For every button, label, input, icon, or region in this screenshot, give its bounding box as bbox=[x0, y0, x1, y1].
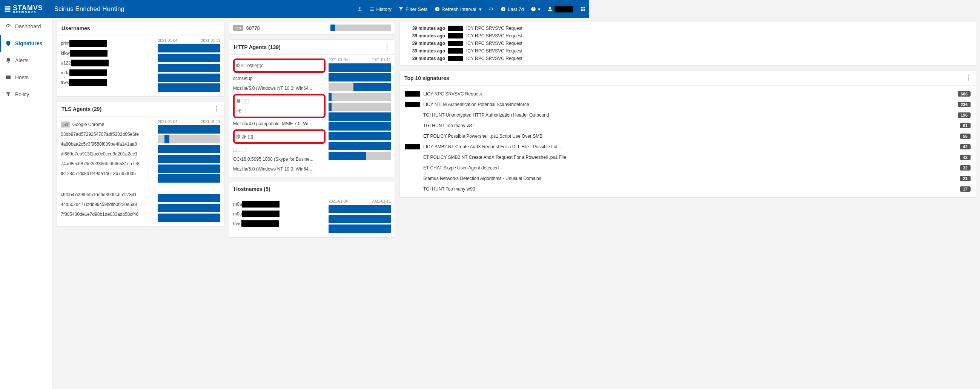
user-icon bbox=[547, 6, 553, 12]
table-row[interactable]: TGI HUNT Too many \x9017 bbox=[404, 184, 589, 194]
brand-logo[interactable]: STAMVS NETWORKS bbox=[4, 4, 43, 14]
nav-alerts[interactable]: Alerts bbox=[0, 52, 52, 69]
tls-bars-b bbox=[158, 194, 220, 222]
redacted bbox=[71, 60, 109, 66]
panel-title: HTTP Agents (139) bbox=[234, 44, 281, 50]
redacted bbox=[405, 91, 420, 97]
table-row[interactable]: LICY RPC SRVSVC Request606 bbox=[404, 89, 589, 99]
redacted bbox=[448, 48, 463, 54]
tls-hashes-a: 03bb97ad5729254707adf5202d05e6fe4a80baa2… bbox=[61, 129, 155, 179]
table-row[interactable]: Stamus Networks Detection Algorithms - U… bbox=[404, 173, 589, 184]
bar bbox=[329, 93, 391, 101]
panel-recent-events: 39 minutes agoICY RPC SRVSVC Request39 m… bbox=[399, 21, 589, 65]
list-item[interactable]: f8128c51dc8d1f49da1d612673530d5 bbox=[61, 169, 155, 179]
refresh-interval-link[interactable]: Refresh Interval▾ bbox=[434, 6, 482, 12]
table-row[interactable]: LICY SMB2 NT Create AndX Request For a D… bbox=[404, 142, 589, 152]
table-row[interactable]: LICY NTLM Authentication Potential Scan\… bbox=[404, 99, 589, 110]
user-menu[interactable] bbox=[547, 6, 573, 13]
panel-top10: Top 10 signatures ⋮ LICY RPC SRVSVC Requ… bbox=[399, 70, 589, 198]
redacted bbox=[405, 102, 420, 107]
table-row[interactable]: 39 minutes agoICY RPC SRVSVC Request bbox=[404, 40, 589, 47]
upload-button[interactable] bbox=[357, 6, 363, 12]
list-item[interactable]: 呁é⬚é㨼é⬚é bbox=[236, 61, 323, 70]
reload-icon bbox=[488, 6, 494, 12]
usernames-bars bbox=[158, 44, 220, 92]
filter-sets-link[interactable]: Filter Sets bbox=[398, 6, 428, 12]
list-item[interactable]: m0a bbox=[233, 199, 326, 209]
list-item[interactable]: trws bbox=[233, 219, 326, 229]
table-row[interactable]: 39 minutes agoICY RPC SRVSVC Request bbox=[404, 24, 589, 32]
table-row[interactable]: ET CHAT Skype User-Agent detected32 bbox=[404, 163, 589, 173]
help-link[interactable]: ▾ bbox=[531, 6, 541, 12]
list-item[interactable]: m0a bbox=[61, 68, 155, 78]
list-item[interactable]: ○£⬚ bbox=[236, 106, 323, 116]
time-range-link[interactable]: Last 7d bbox=[501, 6, 524, 12]
top10-body: LICY RPC SRVSVC Request606LICY NTLM Auth… bbox=[400, 86, 589, 197]
list-item[interactable]: 44d502d471cfdb99c59bdfb0f220e5a8 bbox=[61, 199, 155, 209]
redacted bbox=[69, 69, 107, 76]
list-item[interactable]: OC/16.0.5095.1000 (Skype for Busine... bbox=[233, 154, 326, 164]
nav-hosts[interactable]: Hosts bbox=[0, 69, 52, 86]
panel-menu[interactable]: ⋮ bbox=[213, 105, 220, 112]
panel-partial: tcp 60778 bbox=[229, 21, 395, 35]
redacted bbox=[405, 144, 420, 150]
list-item[interactable]: ⬚⬚⬚ bbox=[233, 145, 326, 154]
bar bbox=[329, 142, 391, 150]
list-item[interactable]: kfkw bbox=[61, 48, 155, 58]
list-item[interactable]: 4a80baa2c5c3f9550f839be4fa141aa8 bbox=[61, 139, 155, 149]
list-item[interactable]: 03bb97ad5729254707adf5202d05e6fe bbox=[61, 129, 155, 139]
list-item[interactable]: u122 bbox=[61, 58, 155, 68]
panel-http-agents: HTTP Agents (139) ⋮ 呁é⬚é㨼é⬚éccmsetupMozi… bbox=[229, 39, 395, 177]
list-item[interactable]: 74ad8ec6876e2e3366bfd566581ca7e8 bbox=[61, 159, 155, 169]
bar bbox=[329, 73, 391, 81]
table-row[interactable]: 39 minutes agoICY RPC SRVSVC Request bbox=[404, 32, 589, 40]
highlight-box: 暑⬚⬚○£⬚ bbox=[233, 94, 326, 118]
table-row[interactable]: 39 minutes agoICY RPC SRVSVC Request bbox=[404, 55, 589, 62]
panel-menu[interactable]: ⋮ bbox=[384, 43, 390, 51]
bar bbox=[158, 214, 220, 222]
clock-icon bbox=[501, 6, 506, 12]
reload-button[interactable] bbox=[488, 6, 494, 12]
bar bbox=[329, 122, 391, 131]
list-item[interactable]: 7f805430de1e7d98b1de033adb58cf46 bbox=[61, 209, 155, 219]
table-row[interactable]: ET POLICY SMB2 NT Create AndX Request Fo… bbox=[404, 152, 589, 163]
list-item[interactable]: m0a bbox=[233, 209, 326, 219]
list-item[interactable]: print bbox=[61, 38, 155, 48]
list-item[interactable]: df669e7ea913f1ac0c0cce9a201a2ec1 bbox=[61, 149, 155, 159]
username-redacted bbox=[555, 6, 573, 13]
bar bbox=[329, 112, 391, 121]
panel-title: Hostnames (5) bbox=[234, 186, 270, 192]
list-item[interactable]: 㩤 潨 ⬚} bbox=[236, 132, 323, 142]
nav-policy[interactable]: Policy bbox=[0, 86, 52, 103]
list-item[interactable]: ja3 Google Chrome bbox=[61, 120, 155, 129]
table-row[interactable]: 39 minutes agoICY RPC SRVSVC Request bbox=[404, 47, 589, 55]
clock-icon bbox=[434, 6, 440, 12]
list-item[interactable]: Mozilla/5.0 (Windows NT 10.0; Win64;... bbox=[233, 83, 326, 93]
events-body: 39 minutes agoICY RPC SRVSVC Request39 m… bbox=[400, 22, 589, 65]
list-item[interactable]: 暑⬚⬚ bbox=[236, 96, 323, 106]
list-item[interactable]: Mozilla/5.0 (Windows NT 10.0; Win64;... bbox=[233, 164, 326, 174]
list-item[interactable]: Mozilla/4.0 (compatible; MSIE 7.0; Wi... bbox=[233, 119, 326, 129]
bar bbox=[158, 64, 220, 72]
table-row[interactable]: TGI HUNT Unencrypted HTTP Authorization … bbox=[404, 110, 589, 120]
highlight-box: 㩤 潨 ⬚} bbox=[233, 129, 326, 144]
nav-signatures[interactable]: Signatures bbox=[0, 35, 52, 52]
apps-menu[interactable] bbox=[580, 6, 585, 12]
help-icon bbox=[531, 6, 536, 12]
panel-tls-agents: TLS Agents (29) ⋮ ja3 Google Chrome 03bb… bbox=[57, 101, 224, 227]
redacted bbox=[448, 41, 463, 46]
axis: 2021-01-04 2021-01-11 bbox=[329, 199, 391, 203]
table-row[interactable]: TGI HUNT Too many \x4161 bbox=[404, 120, 589, 131]
tls-hashes-b: c9f0b47c9805f516e6d3900cb51f784144d502d4… bbox=[61, 190, 155, 219]
list-item[interactable]: c9f0b47c9805f516e6d3900cb51f7841 bbox=[61, 190, 155, 199]
redacted bbox=[69, 40, 107, 47]
nav-dashboard[interactable]: Dashboard bbox=[0, 18, 52, 35]
bar bbox=[158, 194, 220, 202]
list-item[interactable]: ccmsetup bbox=[233, 73, 326, 83]
history-link[interactable]: History bbox=[369, 6, 391, 12]
list-item[interactable]: trws bbox=[61, 78, 155, 88]
panel-usernames: Usernames printkfkwu122m0atrws 2021-01-0… bbox=[57, 21, 224, 97]
table-row[interactable]: ET POLICY Possible Powershell .ps1 Scrip… bbox=[404, 131, 589, 142]
panel-hostnames: Hostnames (5) m0am0atrws 2021-01-04 2021… bbox=[229, 182, 395, 234]
panel-title: Top 10 signatures bbox=[404, 75, 449, 81]
